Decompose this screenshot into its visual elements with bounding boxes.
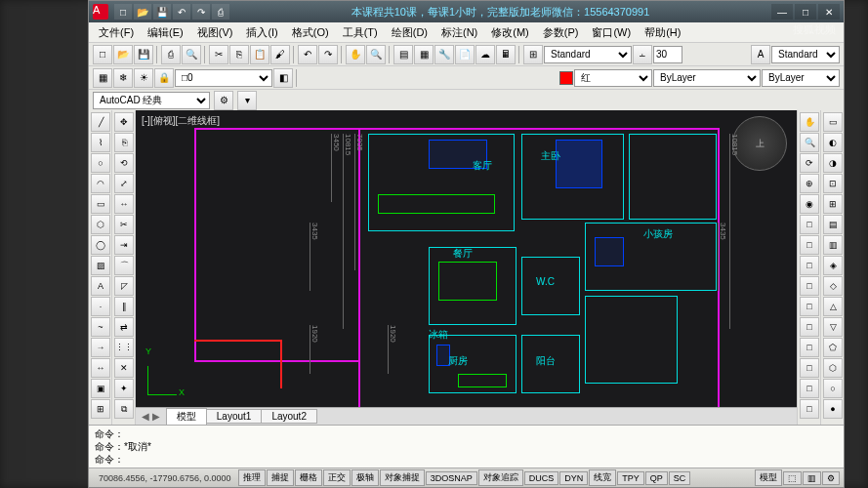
pan-icon[interactable]: ✋	[800, 112, 819, 132]
copy-icon[interactable]: ⎘	[114, 133, 134, 152]
workspace-combo[interactable]: AutoCAD 经典	[93, 92, 210, 109]
erase-icon[interactable]: ✕	[114, 358, 134, 378]
qat-open-icon[interactable]: 📂	[134, 4, 151, 20]
coords-readout[interactable]: 70086.4556, -17790.6756, 0.0000	[93, 473, 237, 483]
tb-open-icon[interactable]: 📂	[113, 45, 133, 64]
tb-props-icon[interactable]: ▤	[393, 45, 413, 64]
tb-save-icon[interactable]: 💾	[134, 45, 153, 64]
v-b15-icon[interactable]: ●	[823, 399, 843, 419]
nav-b7-icon[interactable]: □	[800, 338, 819, 357]
sb-otrack[interactable]: 对象追踪	[478, 469, 523, 486]
sb-3dosnap[interactable]: 3DOSNAP	[426, 471, 477, 485]
tab-layout1[interactable]: Layout1	[206, 409, 263, 424]
v-b7-icon[interactable]: ▥	[823, 235, 843, 255]
sb-qp[interactable]: QP	[645, 471, 668, 485]
region-icon[interactable]: ▣	[91, 379, 110, 398]
sb-lwt[interactable]: 线宽	[589, 469, 616, 486]
rect-icon[interactable]: ▭	[91, 194, 110, 214]
layer-freeze-icon[interactable]: ❄	[113, 68, 133, 88]
v-b4-icon[interactable]: ⊡	[823, 174, 843, 193]
showmotion-icon[interactable]: ◉	[800, 194, 819, 214]
explode-icon[interactable]: ✦	[114, 379, 134, 398]
tb-sheet-icon[interactable]: 📄	[455, 45, 475, 64]
menu-insert[interactable]: 插入(I)	[240, 23, 283, 42]
orbit-icon[interactable]: ⟳	[800, 153, 819, 173]
textstyle-combo[interactable]: Standard	[771, 46, 840, 63]
nav-b2-icon[interactable]: □	[800, 235, 819, 255]
sb-infer[interactable]: 推理	[238, 469, 266, 486]
dimstyle-icon[interactable]: ⊞	[523, 45, 543, 64]
v-b11-icon[interactable]: ▽	[823, 317, 843, 337]
dim-tool-icon[interactable]: ⫠	[633, 45, 652, 64]
tb-copy-icon[interactable]: ⎘	[229, 45, 249, 64]
tb-zoom-icon[interactable]: 🔍	[366, 45, 386, 64]
color-combo[interactable]: 红	[574, 69, 652, 87]
tb-new-icon[interactable]: □	[93, 45, 112, 64]
tab-layout2[interactable]: Layout2	[261, 409, 317, 424]
v-b8-icon[interactable]: ◈	[823, 256, 843, 275]
textstyle-icon[interactable]: A	[751, 45, 770, 64]
v-b5-icon[interactable]: ⊞	[823, 194, 843, 214]
workspace-gear-icon[interactable]: ⚙	[214, 91, 233, 110]
v-b12-icon[interactable]: ⬠	[823, 338, 843, 357]
layer-lock-icon[interactable]: 🔒	[154, 68, 174, 88]
menu-window[interactable]: 窗口(W)	[586, 23, 637, 42]
layer-combo[interactable]: □0	[175, 69, 272, 87]
menu-view[interactable]: 视图(V)	[191, 23, 239, 42]
rotate-icon[interactable]: ⟲	[114, 153, 134, 173]
sb-scale-icon[interactable]: ▥	[803, 471, 821, 485]
move-icon[interactable]: ✥	[114, 112, 134, 132]
layer-on-icon[interactable]: ☀	[134, 68, 153, 88]
sb-ortho[interactable]: 正交	[323, 469, 351, 486]
extend-icon[interactable]: ⇥	[114, 235, 134, 255]
menu-file[interactable]: 文件(F)	[93, 23, 140, 42]
app-logo-icon[interactable]: A	[93, 4, 108, 20]
menu-draw[interactable]: 绘图(D)	[386, 23, 434, 42]
spline-icon[interactable]: ~	[91, 317, 110, 337]
menu-tools[interactable]: 工具(T)	[337, 23, 384, 42]
tb-cut-icon[interactable]: ✂	[209, 45, 228, 64]
v-b9-icon[interactable]: ◇	[823, 276, 843, 296]
v-b13-icon[interactable]: ⬡	[823, 358, 843, 378]
scale-icon[interactable]: ⤢	[114, 174, 134, 193]
steer-icon[interactable]: ⊕	[800, 174, 819, 193]
xline-icon[interactable]: ↔	[91, 358, 110, 378]
pline-icon[interactable]: ⌇	[91, 133, 110, 152]
command-window[interactable]: 命令： 命令：*取消* 命令：	[89, 425, 844, 468]
tb-print-icon[interactable]: ⎙	[161, 45, 181, 64]
ucs-icon[interactable]: X Y	[147, 356, 186, 395]
nav-b6-icon[interactable]: □	[800, 317, 819, 337]
menu-edit[interactable]: 编辑(E)	[142, 23, 189, 42]
nav-b10-icon[interactable]: □	[800, 399, 819, 419]
menu-format[interactable]: 格式(O)	[286, 23, 335, 42]
join-icon[interactable]: ⧉	[114, 399, 134, 419]
tb-paste-icon[interactable]: 📋	[250, 45, 269, 64]
v-b3-icon[interactable]: ◑	[823, 153, 843, 173]
dimstyle-combo[interactable]: Standard	[544, 46, 632, 63]
ray-icon[interactable]: →	[91, 338, 110, 357]
sb-polar[interactable]: 极轴	[351, 469, 379, 486]
titlebar[interactable]: A □ 📂 💾 ↶ ↷ ⎙ 本课程共10课，每课1小时，完整版加老师微信：155…	[89, 1, 844, 22]
v-b2-icon[interactable]: ◐	[823, 133, 843, 152]
trim-icon[interactable]: ✂	[114, 215, 134, 234]
sb-gear-icon[interactable]: ⚙	[822, 471, 840, 485]
sb-tpy[interactable]: TPY	[617, 471, 644, 485]
menu-dimension[interactable]: 标注(N)	[435, 23, 483, 42]
line-icon[interactable]: ╱	[91, 112, 110, 132]
drawing-canvas[interactable]: [-][俯视][二维线框] 上	[136, 110, 797, 407]
nav-b8-icon[interactable]: □	[800, 358, 819, 378]
tb-pan-icon[interactable]: ✋	[346, 45, 365, 64]
qat-print-icon[interactable]: ⎙	[212, 4, 229, 20]
sb-grid[interactable]: 栅格	[295, 469, 322, 486]
array-icon[interactable]: ⋮⋮	[114, 338, 134, 357]
linetype-combo[interactable]: ByLayer	[653, 69, 761, 87]
menu-help[interactable]: 帮助(H)	[639, 23, 686, 42]
close-button[interactable]: ✕	[818, 4, 840, 20]
fillet-icon[interactable]: ⌒	[114, 256, 134, 275]
qat-new-icon[interactable]: □	[114, 4, 132, 20]
v-b14-icon[interactable]: ○	[823, 379, 843, 398]
point-icon[interactable]: ·	[91, 297, 110, 316]
tb-tool-icon[interactable]: 🔧	[434, 45, 454, 64]
nav-b9-icon[interactable]: □	[800, 379, 819, 398]
nav-b1-icon[interactable]: □	[800, 215, 819, 234]
